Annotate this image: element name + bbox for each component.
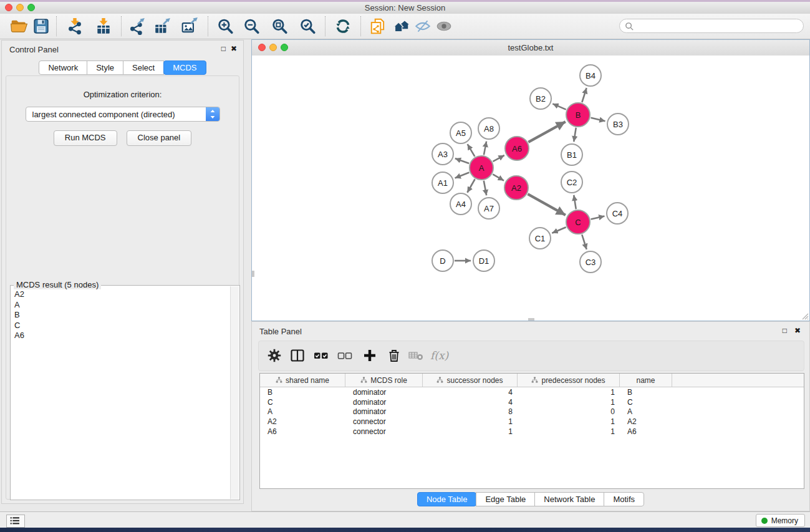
node-A1[interactable]: A1 xyxy=(432,172,453,193)
apply-layout-icon[interactable] xyxy=(334,17,352,35)
edge-A2-C[interactable] xyxy=(528,194,566,215)
export-network-icon[interactable] xyxy=(128,17,146,35)
node-C4[interactable]: C4 xyxy=(607,203,628,224)
table-row[interactable]: Cdominator41C xyxy=(260,397,804,407)
node-A3[interactable]: A3 xyxy=(432,143,453,165)
table-row[interactable]: Bdominator41B xyxy=(260,387,804,397)
tab-network[interactable]: Network xyxy=(39,60,87,75)
tab-mcds[interactable]: MCDS xyxy=(163,60,206,75)
open-session-icon[interactable] xyxy=(10,17,27,35)
import-network-icon[interactable] xyxy=(66,17,84,35)
edge-C-C2[interactable] xyxy=(574,195,576,210)
run-mcds-button[interactable]: Run MCDS xyxy=(54,130,117,146)
show-all-icon[interactable] xyxy=(435,17,453,35)
node-B1[interactable]: B1 xyxy=(561,144,582,165)
resize-grip-icon[interactable] xyxy=(800,311,809,320)
node-A8[interactable]: A8 xyxy=(478,118,499,139)
export-image-icon[interactable] xyxy=(181,17,198,35)
vertical-scroll-indicator[interactable] xyxy=(252,271,254,277)
edge-A-A3[interactable] xyxy=(455,158,469,163)
node-B[interactable]: B xyxy=(566,103,590,127)
split-view-icon[interactable] xyxy=(289,347,307,365)
table-settings-icon[interactable] xyxy=(266,347,284,365)
result-item[interactable]: A6 xyxy=(11,331,231,341)
node-A5[interactable]: A5 xyxy=(450,122,471,143)
search-input[interactable] xyxy=(636,21,801,32)
result-item[interactable]: A xyxy=(11,300,231,311)
show-panels-button[interactable] xyxy=(6,515,25,528)
close-panel-icon[interactable]: ✖ xyxy=(231,44,237,53)
node-B4[interactable]: B4 xyxy=(580,65,601,86)
table-row[interactable]: A6connector11A6 xyxy=(260,427,804,437)
column-header[interactable]: name xyxy=(620,374,672,387)
node-D[interactable]: D xyxy=(432,250,453,271)
delete-table-icon[interactable] xyxy=(408,347,425,365)
result-item[interactable]: A2 xyxy=(11,289,231,300)
hide-selected-icon[interactable] xyxy=(414,17,432,35)
edge-A-A2[interactable] xyxy=(493,174,504,180)
new-network-from-selection-icon[interactable] xyxy=(369,17,387,35)
float-panel-icon[interactable]: □ xyxy=(783,326,787,335)
node-B3[interactable]: B3 xyxy=(607,114,629,135)
select-all-icon[interactable] xyxy=(313,347,330,365)
edge-A6-B[interactable] xyxy=(528,122,565,142)
edge-B-B4[interactable] xyxy=(582,88,586,102)
node-A2[interactable]: A2 xyxy=(504,176,528,200)
edge-A-A7[interactable] xyxy=(484,181,486,196)
memory-button[interactable]: Memory xyxy=(756,514,805,527)
node-D1[interactable]: D1 xyxy=(473,250,494,271)
node-C3[interactable]: C3 xyxy=(580,251,601,273)
column-header[interactable]: shared name xyxy=(260,374,345,387)
column-header[interactable]: MCDS role xyxy=(345,374,423,387)
edge-C-C4[interactable] xyxy=(591,216,604,220)
edge-C-C1[interactable] xyxy=(552,227,566,233)
zoom-fit-icon[interactable] xyxy=(271,17,288,35)
close-panel-button[interactable]: Close panel xyxy=(127,130,192,146)
float-panel-icon[interactable]: □ xyxy=(221,44,226,53)
zoom-out-icon[interactable] xyxy=(243,17,260,35)
delete-columns-icon[interactable] xyxy=(386,347,403,365)
tab-style[interactable]: Style xyxy=(87,60,123,75)
close-panel-icon[interactable]: ✖ xyxy=(794,326,801,335)
tab-select[interactable]: Select xyxy=(123,60,164,75)
edge-A-A8[interactable] xyxy=(484,142,486,155)
zoom-in-icon[interactable] xyxy=(216,17,234,35)
edge-C-C3[interactable] xyxy=(582,235,586,249)
edge-A-A5[interactable] xyxy=(468,144,475,157)
table-row[interactable]: Adominator80A xyxy=(260,407,804,417)
result-item[interactable]: C xyxy=(11,321,231,331)
network-window-titlebar[interactable]: testGlobe.txt xyxy=(252,40,809,56)
horizontal-scroll-indicator[interactable] xyxy=(528,318,534,321)
edge-A-A6[interactable] xyxy=(493,155,504,162)
criterion-dropdown[interactable]: largest connected component (directed) xyxy=(26,107,220,122)
column-header[interactable]: predecessor nodes xyxy=(518,374,620,387)
save-session-icon[interactable] xyxy=(32,17,50,35)
import-table-icon[interactable] xyxy=(95,17,112,35)
node-A7[interactable]: A7 xyxy=(478,198,499,219)
result-scrollbar[interactable] xyxy=(230,286,239,499)
edge-A-A4[interactable] xyxy=(467,179,475,192)
result-item[interactable]: B xyxy=(11,310,231,321)
edge-B-B2[interactable] xyxy=(552,104,566,109)
export-table-icon[interactable] xyxy=(153,17,171,35)
add-column-icon[interactable] xyxy=(362,347,379,365)
edge-A-A1[interactable] xyxy=(455,173,470,178)
zoom-selected-icon[interactable] xyxy=(299,17,316,35)
node-C2[interactable]: C2 xyxy=(561,172,582,193)
edge-B-B3[interactable] xyxy=(591,118,605,121)
node-A6[interactable]: A6 xyxy=(505,137,529,160)
node-A4[interactable]: A4 xyxy=(450,193,471,215)
node-C1[interactable]: C1 xyxy=(529,228,551,249)
table-row[interactable]: A2connector11A2 xyxy=(260,417,804,427)
tab-edge-table[interactable]: Edge Table xyxy=(476,492,535,506)
node-C[interactable]: C xyxy=(566,210,590,234)
network-canvas[interactable]: B4B2BB3A8A5A6A3B1AC2A1A2A4A7C4CC1DD1C3 xyxy=(252,56,809,321)
tab-network-table[interactable]: Network Table xyxy=(534,492,604,506)
first-neighbors-icon[interactable] xyxy=(393,17,410,35)
edge-B-B1[interactable] xyxy=(574,128,576,142)
tab-motifs[interactable]: Motifs xyxy=(604,492,644,506)
node-A[interactable]: A xyxy=(470,156,493,180)
function-builder-icon[interactable]: f(x) xyxy=(430,347,447,365)
tab-node-table[interactable]: Node Table xyxy=(417,492,477,506)
deselect-all-icon[interactable] xyxy=(337,347,354,365)
